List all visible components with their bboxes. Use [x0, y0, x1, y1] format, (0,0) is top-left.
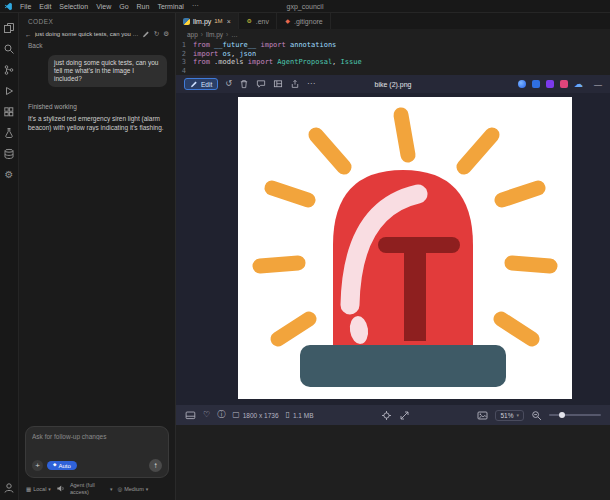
back-arrow-icon[interactable]: ← [25, 31, 32, 38]
back-label[interactable]: Back [19, 40, 175, 49]
tab-badge: 1M [214, 18, 222, 24]
menu-overflow-icon[interactable]: ⋯ [188, 2, 203, 10]
layout-icon[interactable] [273, 79, 283, 89]
testing-icon[interactable] [3, 126, 16, 139]
tab-label: .env [256, 18, 269, 25]
files-icon[interactable] [3, 21, 16, 34]
tab-label: .gitignore [294, 18, 323, 25]
line-number: 2 [176, 50, 193, 59]
breadcrumb-item[interactable]: app [187, 31, 198, 38]
panel-icon[interactable] [185, 410, 196, 421]
thread-header: ← just doing some quick tests, can you t… [19, 28, 175, 40]
image-dimensions: ▢1800 x 1736 [232, 411, 278, 419]
line-number: 1 [176, 41, 193, 50]
codex-sidebar: CODEX ← just doing some quick tests, can… [19, 13, 176, 500]
code-line: 4 [176, 67, 610, 76]
followup-input[interactable] [32, 433, 162, 440]
chevron-down-icon: ▾ [516, 412, 519, 418]
close-icon[interactable]: × [227, 18, 231, 25]
blue-app-icon[interactable] [532, 80, 540, 88]
menu-go[interactable]: Go [115, 3, 132, 10]
search-icon[interactable] [3, 42, 16, 55]
tab-.env[interactable]: ⚙.env [239, 13, 277, 29]
menu-terminal[interactable]: Terminal [153, 3, 187, 10]
codex-app-icon[interactable] [518, 80, 526, 88]
undo-icon[interactable]: ↺ [225, 80, 232, 88]
picture-icon[interactable] [477, 410, 488, 421]
zoom-slider-handle[interactable] [559, 412, 565, 418]
code-editor[interactable]: 1from __future__ import annotations2impo… [176, 39, 610, 75]
edit-button[interactable]: Edit [184, 78, 218, 90]
menu-run[interactable]: Run [133, 3, 154, 10]
thread-title[interactable]: just doing some quick tests, can you t..… [35, 31, 139, 37]
zoom-out-icon[interactable] [531, 410, 542, 421]
thread-settings-icon[interactable]: ⚙ [163, 30, 169, 38]
menu-file[interactable]: File [16, 3, 35, 10]
siren-artwork [238, 97, 572, 399]
code-line: 3from .models import AgentProposal, Issu… [176, 58, 610, 67]
refresh-icon[interactable]: ↻ [154, 30, 159, 38]
breadcrumb[interactable]: app›llm.py›… [176, 29, 610, 39]
file-size: ▯1.1 MB [286, 411, 314, 419]
menu-bar: FileEditSelectionViewGoRunTerminal ⋯ gxp… [0, 0, 610, 13]
tab-llm.py[interactable]: llm.py1M× [176, 13, 239, 29]
line-number: 3 [176, 58, 193, 67]
open-with-icons: ☁ [518, 80, 583, 89]
breadcrumb-separator: › [201, 31, 203, 38]
tab-label: llm.py [193, 18, 211, 25]
minimize-icon[interactable]: — [594, 80, 602, 89]
agent-selector[interactable]: Agent (full access)▾ [70, 482, 113, 495]
breadcrumb-item[interactable]: … [231, 31, 238, 38]
favorite-icon[interactable]: ♡ [203, 411, 210, 419]
breadcrumb-item[interactable]: llm.py [206, 31, 223, 38]
run-debug-icon[interactable] [3, 84, 16, 97]
more-icon[interactable]: ⋯ [307, 80, 315, 88]
tab-bar: llm.py1M×⚙.env◆.gitignore [176, 13, 610, 29]
vscode-window: FileEditSelectionViewGoRunTerminal ⋯ gxp… [0, 0, 610, 500]
auto-mode-button[interactable]: ◆Auto [47, 461, 77, 470]
editor-area: llm.py1M×⚙.env◆.gitignore app›llm.py›… 1… [176, 13, 610, 500]
zoom-slider[interactable] [549, 414, 601, 416]
line-number: 4 [176, 67, 193, 76]
local-selector[interactable]: ▦Local▾ [26, 486, 51, 492]
menu-edit[interactable]: Edit [35, 3, 55, 10]
siren-stem [404, 245, 426, 341]
zoom-select[interactable]: 51%▾ [495, 410, 524, 421]
speaker-icon[interactable] [56, 484, 65, 494]
cloud-icon[interactable]: ☁ [574, 80, 583, 89]
database-icon[interactable] [3, 147, 16, 160]
share-icon[interactable] [290, 79, 300, 89]
python-icon [183, 18, 190, 25]
tab-.gitignore[interactable]: ◆.gitignore [277, 13, 331, 29]
model-selector[interactable]: ◎Medium▾ [117, 486, 148, 492]
image-preview-panel: Edit ↺ ⋯ bike (2).png ☁ [176, 75, 610, 425]
comment-icon[interactable] [256, 79, 266, 89]
attach-plus-button[interactable]: + [32, 460, 43, 471]
account-icon[interactable] [3, 481, 16, 494]
menu-view[interactable]: View [92, 3, 115, 10]
assistant-message: It's a stylized red emergency siren ligh… [28, 115, 165, 132]
image-toolbar: ♡ ⓘ ▢1800 x 1736 ▯1.1 MB 51%▾ [176, 405, 610, 425]
center-view-icon[interactable] [381, 410, 392, 421]
settings-gear-icon[interactable]: ⚙ [3, 168, 16, 181]
info-icon[interactable]: ⓘ [217, 411, 225, 419]
git-icon: ◆ [284, 18, 291, 25]
line-content: import os, json [193, 50, 256, 59]
extensions-icon[interactable] [3, 105, 16, 118]
image-viewer[interactable] [176, 93, 610, 405]
chevron-down-icon: ▾ [110, 486, 113, 492]
line-content: from .models import AgentProposal, Issue [193, 58, 362, 67]
send-button[interactable]: ↑ [149, 459, 162, 472]
pink-app-icon[interactable] [560, 80, 568, 88]
chevron-down-icon: ▾ [146, 486, 149, 492]
sidebar-footer: ▦Local▾ Agent (full access)▾ ◎Medium▾ [19, 478, 175, 500]
menu-selection[interactable]: Selection [55, 3, 92, 10]
delete-icon[interactable] [239, 79, 249, 89]
edit-thread-icon[interactable] [142, 30, 150, 38]
purple-app-icon[interactable] [546, 80, 554, 88]
source-control-icon[interactable] [3, 63, 16, 76]
chevron-down-icon: ▾ [48, 486, 51, 492]
preview-image [238, 97, 572, 399]
resize-icon[interactable] [399, 410, 410, 421]
status-header: Finished working [28, 103, 175, 110]
